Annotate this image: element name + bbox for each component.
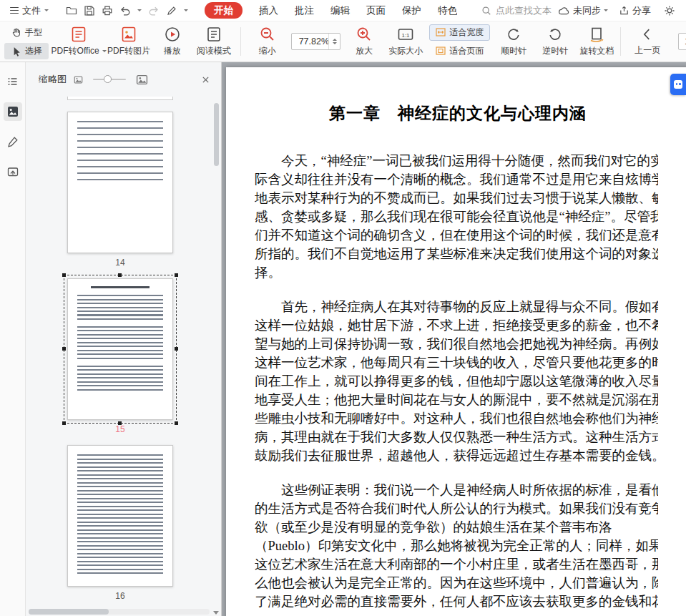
undo-button[interactable] <box>119 3 131 19</box>
sync-status-button[interactable]: 未同步 <box>558 4 608 17</box>
selection-handle[interactable] <box>62 347 66 351</box>
fit-page-label: 适合页面 <box>449 45 484 57</box>
panel-horizontal-scrollbar-thumb[interactable] <box>29 609 109 615</box>
panel-horizontal-scrollbar[interactable] <box>29 609 210 615</box>
zoom-in-button[interactable]: 放大 <box>346 24 382 59</box>
selection-handle[interactable] <box>175 273 178 277</box>
tab-insert[interactable]: 插入 <box>259 4 278 17</box>
rotate-clockwise-button[interactable]: 顺时针 <box>496 24 531 59</box>
selection-handle[interactable] <box>118 273 122 277</box>
format-brush-dropdown-icon[interactable] <box>184 9 188 11</box>
pdf-to-image-label: PDF转图片 <box>107 45 150 57</box>
read-mode-label: 阅读模式 <box>197 45 231 57</box>
text-line: 病，其理由就在于我们大多数人仅仅熟悉一种生活方式。这种生活方式 <box>255 428 658 446</box>
rotate-document-button[interactable]: 旋转文档 <box>579 24 614 59</box>
select-tool-button[interactable]: 选择 <box>4 43 49 59</box>
redo-icon <box>148 5 160 16</box>
thumbnail-page-14[interactable] <box>67 112 173 253</box>
select-tool-label: 选择 <box>25 45 42 57</box>
pdf-to-office-button[interactable]: PDF转Office <box>54 24 103 59</box>
previous-page-button[interactable]: 上一页 <box>629 24 665 59</box>
thumbnail-panel: 缩略图 14 <box>26 62 222 616</box>
play-button[interactable]: 播放 <box>155 24 190 59</box>
text-line: 首先，神经症病人在其对待事物的反应上就显得与众不同。假如有 <box>255 298 658 316</box>
rotate-doc-icon <box>588 26 605 43</box>
tab-special[interactable]: 特色 <box>438 4 457 17</box>
share-button[interactable]: 分享 <box>619 4 651 17</box>
sidebar-item-annotations[interactable] <box>4 132 22 151</box>
text-line: 间在工作上，就可以挣得更多的钱，但他却宁愿以这笔微薄的收入尽量 <box>255 372 658 391</box>
zoom-spinner[interactable] <box>328 34 340 49</box>
zoom-out-label: 缩小 <box>259 45 276 57</box>
selection-handle[interactable] <box>62 421 66 425</box>
fit-width-button[interactable]: 适合宽度 <box>429 24 490 41</box>
selection-handle[interactable] <box>62 273 66 277</box>
sidebar-item-outline[interactable] <box>4 72 22 91</box>
sidebar-item-thumbnails[interactable] <box>4 102 22 121</box>
selection-handle[interactable] <box>175 421 178 425</box>
menubar-right: 未同步 分享 <box>558 3 686 19</box>
slider-knob[interactable] <box>104 75 112 83</box>
redo-button[interactable] <box>148 3 160 19</box>
text-line: 些雕虫小技和无聊嗜好中。对这种人，我们也很自然地会称他们为神经 <box>255 409 658 428</box>
settings-button[interactable] <box>662 3 677 19</box>
toolbar: 手型 选择 PDF转Office PDF转图片 播放 阅读模式 <box>0 21 686 62</box>
format-brush-button[interactable] <box>166 3 177 19</box>
document-body: 今天，“神经症”一词已被我们运用得十分随便，然而我们对它的实 际含义却往往并没有… <box>255 152 658 611</box>
sidebar-item-export[interactable] <box>4 162 22 181</box>
open-file-button[interactable] <box>66 3 77 19</box>
tab-annotate[interactable]: 批注 <box>295 4 314 17</box>
hand-tool-button[interactable]: 手型 <box>4 24 49 41</box>
floating-tool-button[interactable] <box>670 74 686 95</box>
tab-page[interactable]: 页面 <box>366 4 386 17</box>
float-tool-icon <box>674 80 682 89</box>
text-line: 的生活方式是否符合我们时代人所公认的行为模式。如果我们没有竞争 <box>255 499 658 518</box>
find-text-button[interactable]: 点此查找文本 <box>481 4 552 17</box>
selection-handle[interactable] <box>118 421 122 425</box>
menu-icon <box>10 7 19 14</box>
tab-protect[interactable]: 保护 <box>402 4 421 17</box>
text-line: 么他也会被认为是完全正常的。因为在这些环境中，人们普遍认为，除 <box>255 574 658 592</box>
fit-tools: 适合宽度 适合页面 <box>429 24 490 59</box>
text-line: 所指的。我们不自觉地运用了某些标准来决定我们使用这个词的对象选 <box>255 245 658 263</box>
thumbnail-item-15: 15 <box>67 278 173 434</box>
save-button[interactable] <box>84 3 95 19</box>
print-button[interactable] <box>102 3 113 19</box>
undo-dropdown-icon[interactable] <box>137 9 142 11</box>
rotate-counterclockwise-button[interactable]: 逆时针 <box>537 24 573 59</box>
pdf-to-image-button[interactable]: PDF转图片 <box>109 24 148 59</box>
thumbnail-selection <box>67 278 173 420</box>
panel-vertical-scrollbar-thumb[interactable] <box>214 103 219 166</box>
text-line: 这样一位姑娘，她甘居下游，不求上进，拒绝接受更多的薪金，也不希 <box>255 316 658 335</box>
tab-start[interactable]: 开始 <box>205 2 242 19</box>
outline-icon <box>6 75 19 88</box>
text-line: 择。 <box>255 263 658 282</box>
zoom-in-icon <box>356 26 373 43</box>
close-panel-button[interactable] <box>198 72 212 87</box>
undo-icon <box>119 5 131 16</box>
text-line: 了满足绝对必需的直接需要外，任何人都不应该去获取更多的金钱和花 <box>255 592 658 611</box>
selection-handle[interactable] <box>175 347 178 351</box>
scroll-down-arrow-icon[interactable] <box>213 611 219 615</box>
text-line: 欲（或至少是没有明显的竞争欲）的姑娘生活在某个普韦布洛 <box>255 518 658 537</box>
thumbnail-text-lines <box>77 326 163 361</box>
document-view[interactable]: 第一章 神经症的文化与心理内涵 今天，“神经症”一词已被我们运用得十分随便，然而… <box>222 62 686 616</box>
thumbnail-size-slider[interactable] <box>93 79 126 80</box>
text-line: 这样一位艺术家，他每周只有三十块钱的收入，尽管只要他花更多的时 <box>255 353 658 372</box>
page-number-input[interactable]: 15 <box>678 33 686 50</box>
zoom-out-button[interactable]: 缩小 <box>250 24 285 59</box>
thumbnail-page-16[interactable] <box>67 445 173 587</box>
thumbnail-page-number: 14 <box>67 258 173 268</box>
zoom-level-combobox[interactable]: 77.82% <box>291 33 340 50</box>
read-mode-button[interactable]: 阅读模式 <box>196 24 232 59</box>
file-menu-button[interactable]: 文件 <box>6 2 53 19</box>
thumbnail-page-13-partial[interactable] <box>67 97 173 100</box>
tab-edit[interactable]: 编辑 <box>330 4 350 17</box>
actual-size-button[interactable]: 1:1 实际大小 <box>388 24 423 59</box>
text-line: 望与她的上司保持协调一致，我们很自然地会把她视为神经病。再例如 <box>255 335 658 353</box>
read-mode-icon <box>205 26 222 43</box>
thumbnail-page-15[interactable] <box>67 278 173 420</box>
rotate-cw-label: 顺时针 <box>501 45 526 57</box>
chevron-down-icon <box>44 9 49 11</box>
fit-page-button[interactable]: 适合页面 <box>429 43 490 59</box>
